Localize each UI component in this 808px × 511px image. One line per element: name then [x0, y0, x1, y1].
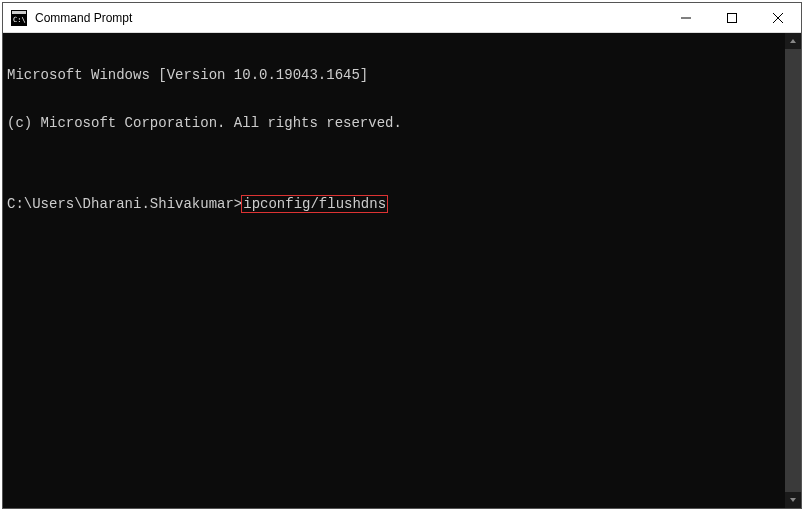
- command-prompt-icon: C:\: [11, 10, 27, 26]
- prompt-text: C:\Users\Dharani.Shivakumar>: [7, 196, 242, 212]
- terminal-output-line: Microsoft Windows [Version 10.0.19043.16…: [7, 67, 781, 83]
- scroll-thumb[interactable]: [785, 49, 801, 492]
- terminal-prompt-line: C:\Users\Dharani.Shivakumar>ipconfig/flu…: [7, 195, 781, 213]
- scroll-down-arrow-icon[interactable]: [785, 492, 801, 508]
- window-title: Command Prompt: [35, 11, 663, 25]
- vertical-scrollbar[interactable]: [785, 33, 801, 508]
- minimize-button[interactable]: [663, 3, 709, 32]
- svg-rect-1: [12, 11, 26, 14]
- command-prompt-window: C:\ Command Prompt Microsoft Windows [Ve…: [2, 2, 802, 509]
- terminal-area[interactable]: Microsoft Windows [Version 10.0.19043.16…: [3, 33, 801, 508]
- terminal-content[interactable]: Microsoft Windows [Version 10.0.19043.16…: [3, 33, 785, 508]
- svg-text:C:\: C:\: [13, 16, 26, 24]
- terminal-output-line: (c) Microsoft Corporation. All rights re…: [7, 115, 781, 131]
- titlebar[interactable]: C:\ Command Prompt: [3, 3, 801, 33]
- scroll-up-arrow-icon[interactable]: [785, 33, 801, 49]
- svg-rect-4: [728, 13, 737, 22]
- window-controls: [663, 3, 801, 32]
- scroll-track[interactable]: [785, 49, 801, 492]
- close-button[interactable]: [755, 3, 801, 32]
- highlighted-command: ipconfig/flushdns: [241, 195, 388, 213]
- maximize-button[interactable]: [709, 3, 755, 32]
